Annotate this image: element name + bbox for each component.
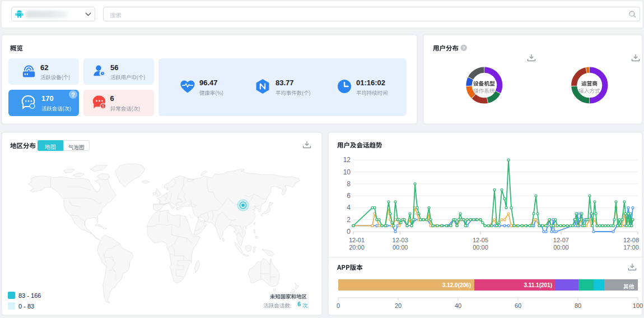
svg-text:?: ? — [71, 91, 75, 98]
